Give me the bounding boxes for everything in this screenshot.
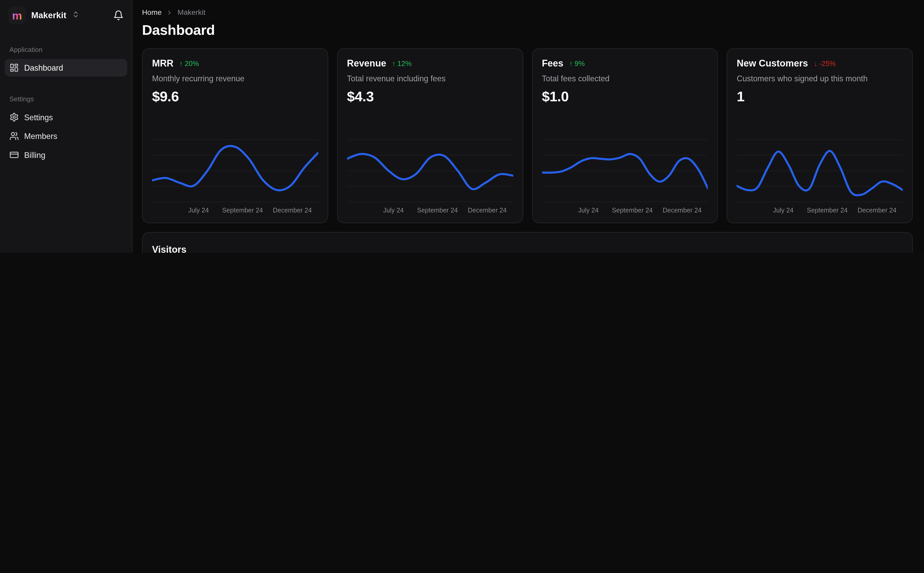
trend-badge: ↑9% [569,59,585,68]
arrow-down-icon: ↓ [814,59,817,68]
revenue-sparkline [347,137,513,205]
stat-title: MRR [152,58,174,69]
chevron-right-icon [166,9,173,16]
x-tick: September 24 [222,207,263,214]
sparkline-x-axis: July 24 September 24 December 24 [737,207,903,217]
nav-spacer [5,78,127,96]
stat-value: $4.3 [347,88,513,105]
badge-value: 20% [185,59,199,68]
sidebar-item-label: Billing [24,150,45,159]
fees-sparkline [542,137,708,205]
logo-letter: m [12,9,22,21]
sparkline-chart: July 24 September 24 December 24 [347,137,513,217]
stat-card-revenue: Revenue ↑12% Total revenue including fee… [337,48,523,223]
stat-description: Customers who signed up this month [737,74,903,83]
stat-card-mrr: MRR ↑20% Monthly recurring revenue $9.6 … [142,48,328,223]
x-tick: July 24 [773,207,794,214]
x-tick: July 24 [383,207,404,214]
arrow-up-icon: ↑ [179,59,183,68]
trend-badge: ↓-25% [814,59,836,68]
sparkline-chart: July 24 September 24 December 24 [542,137,708,217]
badge-value: 12% [397,59,411,68]
mrr-sparkline [152,137,318,205]
arrow-up-icon: ↑ [569,59,573,68]
page-title: Dashboard [142,22,913,38]
notifications-bell-icon[interactable] [113,10,124,21]
billing-credit-card-icon [9,150,19,160]
stat-description: Total revenue including fees [347,74,513,83]
breadcrumb-home-link[interactable]: Home [142,8,162,17]
stat-title: Fees [542,58,563,69]
stat-value: 1 [737,88,903,105]
visitors-card: Visitors Showing total visitors for the … [142,232,913,253]
stat-card-header: MRR ↑20% [152,58,318,69]
sidebar-item-settings[interactable]: Settings [5,108,127,126]
x-tick: December 24 [273,207,312,214]
sidebar-nav: Application Dashboard Settings Settings [0,31,132,253]
stat-card-header: New Customers ↓-25% [737,58,903,69]
new-customers-sparkline [737,137,903,205]
x-tick: September 24 [612,207,653,214]
sidebar-item-members[interactable]: Members [5,127,127,145]
visitors-title: Visitors [152,244,903,253]
stat-description: Monthly recurring revenue [152,74,318,83]
sidebar: m Makerkit Application Dashboard Setting… [0,0,133,253]
sidebar-item-billing[interactable]: Billing [5,146,127,164]
stat-description: Total fees collected [542,74,708,83]
main-content: Home Makerkit Dashboard MRR ↑20% Monthly… [133,0,924,253]
trend-badge: ↑20% [179,59,199,68]
x-tick: December 24 [663,207,702,214]
sidebar-item-label: Dashboard [24,63,63,72]
workspace-name: Makerkit [31,11,66,20]
stat-card-fees: Fees ↑9% Total fees collected $1.0 July … [532,48,718,223]
arrow-up-icon: ↑ [392,59,396,68]
badge-value: 9% [574,59,585,68]
x-tick: September 24 [807,207,847,214]
nav-section-settings: Settings [5,96,127,102]
sidebar-item-label: Members [24,132,57,141]
stat-card-header: Fees ↑9% [542,58,708,69]
dashboard-icon [9,63,19,72]
members-users-icon [9,132,19,141]
visitors-header: Visitors Showing total visitors for the … [143,244,912,253]
workspace-switcher[interactable]: m Makerkit [0,0,132,31]
stat-value: $9.6 [152,88,318,105]
stat-cards-row: MRR ↑20% Monthly recurring revenue $9.6 … [142,48,913,223]
stat-title: New Customers [737,58,808,69]
makerkit-logo: m [8,6,26,24]
sidebar-item-dashboard[interactable]: Dashboard [5,59,127,77]
x-tick: July 24 [188,207,209,214]
chevrons-up-down-icon[interactable] [72,10,79,21]
x-tick: September 24 [417,207,458,214]
nav-section-application: Application [5,46,127,53]
stat-card-header: Revenue ↑12% [347,58,513,69]
sparkline-chart: July 24 September 24 December 24 [152,137,318,217]
x-tick: July 24 [578,207,599,214]
sparkline-chart: July 24 September 24 December 24 [737,137,903,217]
sparkline-x-axis: July 24 September 24 December 24 [152,207,318,217]
badge-value: -25% [819,59,836,68]
breadcrumb-current: Makerkit [177,8,206,17]
app-root: m Makerkit Application Dashboard Setting… [0,0,924,253]
x-tick: December 24 [858,207,896,214]
trend-badge: ↑12% [392,59,412,68]
stat-card-new-customers: New Customers ↓-25% Customers who signed… [727,48,913,223]
x-tick: December 24 [468,207,507,214]
settings-gear-icon [9,113,19,122]
sparkline-x-axis: July 24 September 24 December 24 [542,207,708,217]
sidebar-item-label: Settings [24,113,53,122]
sparkline-x-axis: July 24 September 24 December 24 [347,207,513,217]
breadcrumb: Home Makerkit [142,8,913,17]
stat-title: Revenue [347,58,386,69]
stat-value: $1.0 [542,88,708,105]
